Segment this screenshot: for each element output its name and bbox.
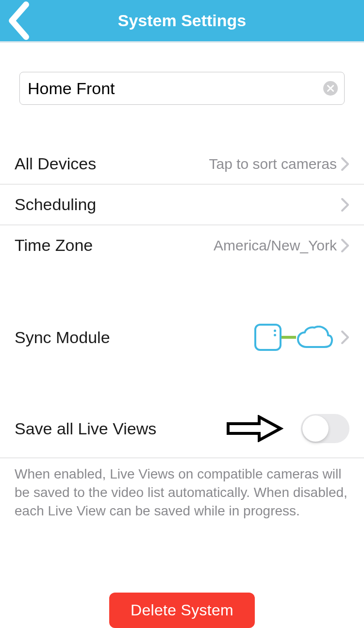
row-sync-module[interactable]: Sync Module	[0, 304, 364, 370]
module-icon	[254, 324, 281, 351]
sync-module-status-icon	[254, 324, 334, 351]
chevron-left-icon	[6, 0, 30, 41]
row-all-devices[interactable]: All Devices Tap to sort cameras	[0, 144, 364, 184]
row-label-time-zone: Time Zone	[15, 236, 93, 255]
page-title: System Settings	[0, 11, 364, 30]
row-value-time-zone: America/New_York	[214, 237, 337, 254]
delete-system-button[interactable]: Delete System	[109, 593, 255, 628]
save-live-views-toggle[interactable]	[301, 414, 349, 443]
row-label-all-devices: All Devices	[15, 154, 96, 173]
chevron-right-icon	[341, 157, 349, 171]
cloud-icon	[296, 326, 334, 349]
row-hint-all-devices: Tap to sort cameras	[209, 156, 337, 172]
chevron-right-icon	[341, 238, 349, 253]
chevron-right-icon	[341, 330, 349, 345]
row-label-scheduling: Scheduling	[15, 195, 96, 214]
clear-input-button[interactable]	[323, 81, 338, 96]
toggle-knob	[302, 415, 329, 442]
pointer-arrow-icon	[225, 415, 283, 442]
chevron-right-icon	[341, 198, 349, 212]
app-header: System Settings	[0, 0, 364, 43]
connection-line-icon	[281, 336, 296, 339]
row-label-sync-module: Sync Module	[15, 328, 110, 347]
close-icon	[327, 85, 334, 92]
row-time-zone[interactable]: Time Zone America/New_York	[0, 225, 364, 265]
back-button[interactable]	[6, 9, 30, 33]
system-name-field-wrap	[19, 72, 345, 105]
row-save-live-views: Save all Live Views	[0, 399, 364, 458]
system-name-input[interactable]	[19, 72, 345, 105]
row-scheduling[interactable]: Scheduling	[0, 184, 364, 225]
row-label-save-live-views: Save all Live Views	[15, 419, 156, 438]
save-live-views-help: When enabled, Live Views on compatible c…	[0, 458, 364, 520]
